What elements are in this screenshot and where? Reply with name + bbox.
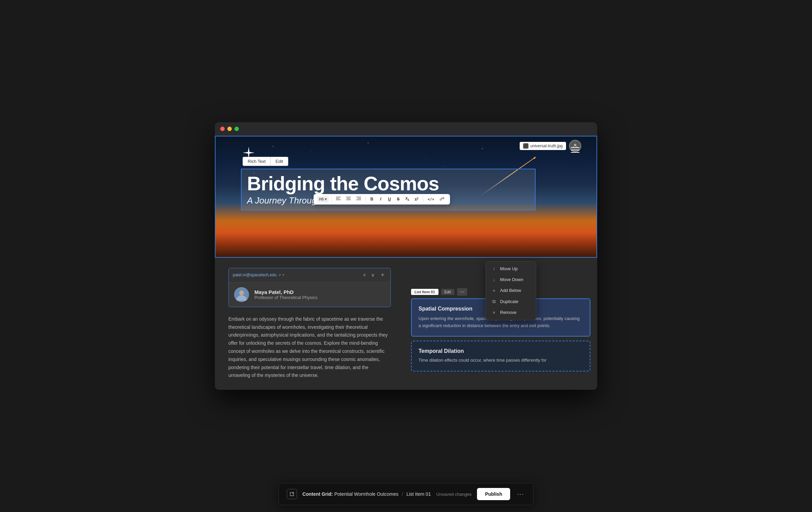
- window-content: ⬛ universal-truth.jpg: [215, 136, 597, 390]
- list-item-more-button[interactable]: ⋯: [457, 288, 467, 296]
- context-menu: ↑ Move Up ↓ Move Down + Add Below ⧉ Dupl…: [486, 261, 536, 320]
- align-left-button[interactable]: [334, 196, 343, 203]
- breadcrumb-section: Potential Wormhole Outcomes: [334, 491, 399, 497]
- remove-label: Remove: [500, 310, 516, 315]
- move-up-icon: ↑: [491, 266, 497, 272]
- bold-button[interactable]: B: [368, 196, 376, 202]
- maximize-button[interactable]: [234, 127, 239, 131]
- duplicate-label: Duplicate: [500, 299, 518, 304]
- image-badge[interactable]: ⬛ universal-truth.jpg: [520, 142, 566, 150]
- temporal-dilation-card: Temporal Dilation Time dilation effects …: [411, 341, 590, 371]
- list-item-edit-button[interactable]: Edit: [441, 289, 454, 295]
- breadcrumb-prefix: Content Grid:: [302, 491, 333, 497]
- context-menu-move-up[interactable]: ↑ Move Up: [486, 263, 536, 274]
- author-avatar: [234, 287, 249, 302]
- move-down-icon: ↓: [491, 277, 497, 282]
- publish-button[interactable]: Publish: [477, 488, 511, 500]
- body-text: Embark on an odyssey through the fabric …: [228, 315, 391, 380]
- strikethrough-button[interactable]: S: [394, 196, 402, 202]
- editor-window: ⬛ universal-truth.jpg: [215, 122, 597, 390]
- context-menu-duplicate[interactable]: ⧉ Duplicate: [486, 296, 536, 307]
- hero-title: Bridging the Cosmos: [247, 173, 529, 194]
- card2-text: Time dilation effects could occur, where…: [419, 357, 583, 364]
- toolbar-divider: [365, 196, 366, 202]
- nav-menu-button[interactable]: [571, 147, 580, 153]
- hamburger-line: [571, 150, 580, 150]
- image-filename: universal-truth.jpg: [531, 144, 563, 148]
- remove-icon: ×: [491, 310, 497, 315]
- author-card: Maya Patel, PhD Professor of Theoretical…: [229, 282, 390, 307]
- list-item-badge: List Item 01: [411, 289, 438, 295]
- toolbar-divider: [423, 196, 423, 202]
- align-center-button[interactable]: [344, 196, 353, 203]
- svg-point-11: [239, 291, 244, 295]
- author-name: Maya Patel, PhD: [254, 289, 317, 295]
- right-panel: ↑ Move Up ↓ Move Down + Add Below ⧉ Dupl…: [404, 258, 597, 390]
- more-options-button[interactable]: ⋯: [516, 490, 525, 498]
- titlebar: [215, 122, 597, 136]
- add-author-button[interactable]: +: [379, 271, 386, 279]
- author-input-row: patel.m@spacetech.edu ↗ × × ∨ +: [229, 268, 390, 282]
- author-email-tag: patel.m@spacetech.edu ↗ ×: [233, 273, 285, 277]
- breadcrumb-separator: /: [402, 491, 403, 497]
- external-link-icon: ↗: [278, 273, 281, 277]
- heading-selector[interactable]: H5 ▾: [317, 196, 329, 202]
- left-panel: patel.m@spacetech.edu ↗ × × ∨ +: [215, 258, 404, 390]
- author-widget: patel.m@spacetech.edu ↗ × × ∨ +: [228, 268, 391, 307]
- code-button[interactable]: </>: [426, 196, 436, 202]
- format-toolbar: H5 ▾ B I U S X2: [314, 194, 450, 205]
- subscript-button[interactable]: X2: [403, 196, 411, 202]
- expand-button[interactable]: ∨: [370, 272, 376, 278]
- author-email: patel.m@spacetech.edu: [233, 273, 277, 277]
- move-up-label: Move Up: [500, 266, 518, 271]
- hero-section: ⬛ universal-truth.jpg: [215, 136, 597, 258]
- italic-button[interactable]: I: [377, 196, 384, 202]
- toolbar-divider: [331, 196, 332, 202]
- external-link-button[interactable]: [287, 489, 297, 499]
- link-button[interactable]: [438, 196, 447, 202]
- minimize-button[interactable]: [227, 127, 232, 131]
- superscript-button[interactable]: X2: [412, 196, 420, 202]
- collapse-button[interactable]: ×: [362, 272, 367, 278]
- hero-background: ⬛ universal-truth.jpg: [216, 136, 596, 257]
- remove-tag-icon[interactable]: ×: [282, 273, 285, 277]
- breadcrumb-item: List Item 01: [406, 491, 431, 497]
- hamburger-line: [571, 147, 580, 148]
- rich-text-button[interactable]: Rich Text: [243, 157, 271, 166]
- card2-title: Temporal Dilation: [419, 348, 583, 354]
- bottom-bar: Content Grid: Potential Wormhole Outcome…: [278, 483, 534, 505]
- author-role: Professor of Theoretical Physics: [254, 295, 317, 300]
- context-menu-add-below[interactable]: + Add Below: [486, 285, 536, 296]
- author-info: Maya Patel, PhD Professor of Theoretical…: [254, 289, 317, 300]
- move-down-label: Move Down: [500, 277, 523, 282]
- image-icon: ⬛: [523, 143, 528, 149]
- close-button[interactable]: [220, 127, 225, 131]
- context-menu-move-down[interactable]: ↓ Move Down: [486, 274, 536, 285]
- main-content: patel.m@spacetech.edu ↗ × × ∨ +: [215, 258, 597, 390]
- add-below-label: Add Below: [500, 288, 521, 293]
- hamburger-line: [571, 152, 580, 153]
- breadcrumb: Content Grid: Potential Wormhole Outcome…: [302, 491, 431, 497]
- duplicate-icon: ⧉: [491, 299, 497, 304]
- edit-button[interactable]: Edit: [271, 157, 288, 166]
- underline-button[interactable]: U: [386, 196, 393, 202]
- rich-text-toolbar: Rich Text Edit: [243, 157, 288, 166]
- context-menu-remove[interactable]: × Remove: [486, 307, 536, 318]
- align-right-button[interactable]: [354, 196, 363, 203]
- unsaved-changes-label: Unsaved changes: [436, 492, 472, 497]
- add-below-icon: +: [491, 288, 497, 293]
